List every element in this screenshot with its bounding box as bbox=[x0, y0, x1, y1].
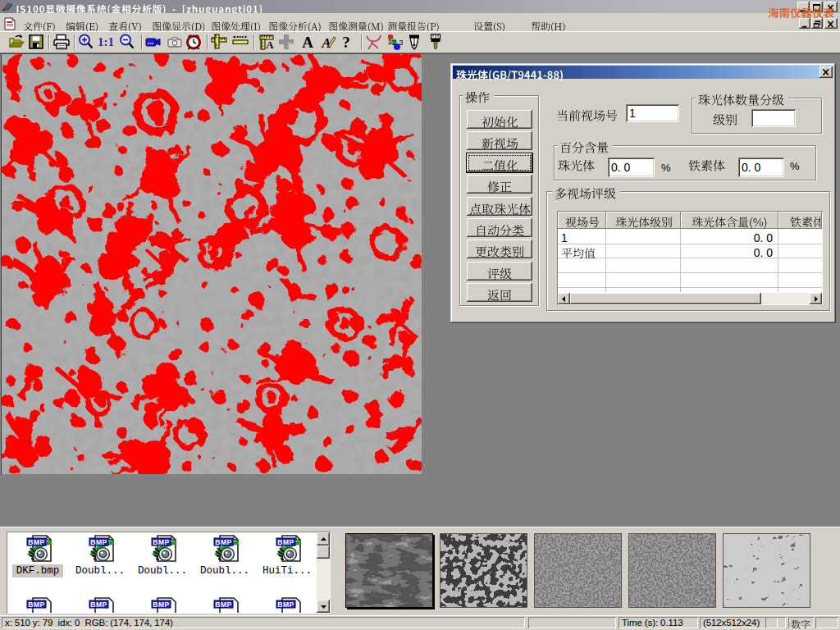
svg-text:3: 3 bbox=[399, 39, 404, 47]
svg-text:BMP: BMP bbox=[153, 538, 169, 546]
svg-text:BMP: BMP bbox=[277, 538, 294, 546]
svg-text:BMP: BMP bbox=[28, 538, 44, 546]
svg-text:BMP: BMP bbox=[215, 538, 231, 546]
svg-text:1: 1 bbox=[388, 38, 392, 46]
svg-text:A: A bbox=[302, 34, 313, 51]
svg-text:A: A bbox=[266, 39, 274, 51]
svg-text:BMP: BMP bbox=[90, 538, 107, 546]
svg-text:?: ? bbox=[342, 34, 350, 51]
svg-text:1:1: 1:1 bbox=[98, 35, 114, 48]
svg-text:2: 2 bbox=[392, 39, 396, 47]
